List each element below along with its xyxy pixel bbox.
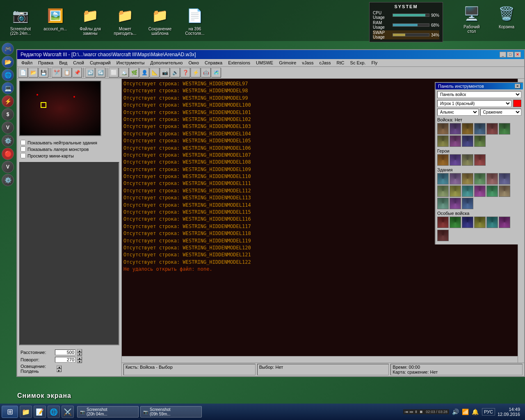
menu-scexp[interactable]: Sc Exp.: [348, 60, 368, 66]
special-icon-3[interactable]: [462, 217, 473, 228]
unit-icon-7[interactable]: [437, 135, 449, 147]
side-icon-6[interactable]: $: [2, 108, 14, 121]
side-icon-9[interactable]: 🔴: [2, 148, 14, 160]
lighting-next[interactable]: ►: [57, 369, 62, 372]
desktop-icon-files[interactable]: 📁 Файлы для замены: [74, 4, 107, 37]
taskbar-icon-warcraft[interactable]: ⚔️: [62, 406, 74, 418]
menu-cjass[interactable]: cJass: [317, 60, 333, 66]
toolbar-copy[interactable]: 📋: [62, 68, 72, 78]
building-icon-6[interactable]: [499, 173, 510, 185]
menu-extra[interactable]: Дополнительно: [148, 60, 185, 66]
desktop-icon-on396[interactable]: 📄 на 396Состоля...: [178, 4, 211, 37]
panel-type-select[interactable]: Панель войск: [437, 91, 521, 98]
desktop-icon-workbench[interactable]: 🖥️ Рабочийстол: [455, 2, 488, 35]
building-icon-10[interactable]: [474, 185, 486, 197]
side-icon-11[interactable]: ⚙️: [2, 174, 14, 186]
menu-tools[interactable]: Инструменты: [114, 60, 147, 66]
cb-minimap-view-input[interactable]: [21, 153, 26, 158]
building-icon-1[interactable]: [437, 173, 449, 185]
special-icon-extra[interactable]: [437, 230, 449, 241]
building-icon-5[interactable]: [486, 173, 498, 185]
start-button[interactable]: ⊞: [2, 406, 18, 418]
special-icon-5[interactable]: [486, 217, 498, 228]
menu-layer[interactable]: Слой: [71, 60, 87, 66]
menu-view[interactable]: Вид: [57, 60, 70, 66]
desktop-icon-save[interactable]: 📁 Сохранениешаблона: [144, 4, 176, 37]
building-icon-3[interactable]: [462, 173, 473, 185]
side-icon-8[interactable]: ⚙️: [2, 135, 14, 147]
cb-monster-camps-input[interactable]: [21, 146, 26, 152]
unit-icon-5[interactable]: [486, 123, 498, 135]
unit-icon-8[interactable]: [450, 135, 461, 147]
desktop-icon-mayhelp[interactable]: 📁 Можетпригодить...: [109, 4, 142, 37]
mode-select[interactable]: Сражение: [480, 109, 522, 116]
toolbar-quest[interactable]: ❓: [180, 68, 190, 78]
toolbar-region[interactable]: 📐: [150, 68, 160, 78]
side-icon-2[interactable]: 📂: [2, 56, 14, 68]
unit-icon-4[interactable]: [474, 123, 486, 135]
unit-icon-9[interactable]: [462, 135, 473, 147]
hero-icon-4[interactable]: [474, 154, 486, 166]
distance-down[interactable]: ▼: [77, 352, 82, 356]
toolbar-doodad[interactable]: 🌿: [129, 68, 139, 78]
special-icon-4[interactable]: [474, 217, 486, 228]
rotation-down[interactable]: ▼: [77, 360, 82, 363]
toolbar-sound[interactable]: 🔊: [170, 68, 180, 78]
special-icon-1[interactable]: [437, 217, 449, 228]
toolbar-new[interactable]: 📄: [18, 68, 28, 78]
toolbar-terrain[interactable]: 🏔️: [119, 68, 129, 78]
menu-grimoire[interactable]: Grimoire: [276, 60, 299, 66]
side-icon-5[interactable]: ⚡: [2, 95, 14, 107]
tools-close-button[interactable]: ✕: [515, 84, 520, 89]
building-icon-7[interactable]: [437, 185, 449, 197]
building-icon-8[interactable]: [450, 185, 461, 197]
side-icon-7[interactable]: V: [2, 121, 14, 134]
cb-neutral-buildings[interactable]: Показывать нейтральные здания: [21, 140, 118, 145]
unit-icon-6[interactable]: [499, 123, 510, 135]
building-icon-9[interactable]: [462, 185, 473, 197]
building-icon-14[interactable]: [450, 198, 461, 209]
side-icon-10[interactable]: V: [2, 161, 14, 173]
toolbar-save[interactable]: 💾: [39, 68, 48, 78]
toolbar-select[interactable]: ⬜: [109, 68, 119, 78]
special-icon-2[interactable]: [450, 217, 461, 228]
toolbar-map[interactable]: 🗺️: [211, 68, 221, 78]
minimize-button[interactable]: _: [500, 52, 506, 57]
menu-rtc[interactable]: RtC: [334, 60, 347, 66]
menu-window[interactable]: Окно: [186, 60, 201, 66]
distance-up[interactable]: ▲: [77, 349, 82, 352]
building-icon-15[interactable]: [462, 198, 473, 209]
toolbar-trigger[interactable]: ⚡: [191, 68, 201, 78]
log-hscrollbar[interactable]: [122, 356, 518, 363]
unit-icon-3[interactable]: [462, 123, 473, 135]
toolbar-unit[interactable]: 👤: [139, 68, 149, 78]
rotation-up[interactable]: ▲: [77, 356, 82, 360]
player-select[interactable]: Игрок 1 (Красный): [437, 100, 511, 107]
language-indicator[interactable]: РУС: [482, 408, 495, 415]
desktop-icon-screenshot[interactable]: 📷 Screenshot(22h 24m...: [4, 4, 37, 37]
toolbar-cut[interactable]: ✂️: [52, 68, 62, 78]
tray-volume[interactable]: 📶: [461, 408, 470, 416]
building-icon-12[interactable]: [499, 185, 510, 197]
toolbar-open[interactable]: 📂: [28, 68, 38, 78]
special-icon-6[interactable]: [499, 217, 510, 228]
unit-icon-1[interactable]: [437, 123, 449, 135]
close-button[interactable]: ✕: [514, 52, 521, 57]
rotation-input[interactable]: [55, 357, 75, 363]
taskbar-app-screenshot2[interactable]: 📷 Screenshot(09h 59m...: [140, 406, 202, 418]
faction-select[interactable]: Альянс: [437, 109, 479, 116]
unit-icon-10[interactable]: [474, 135, 486, 147]
taskbar-icon-notepad[interactable]: 📝: [34, 406, 46, 418]
desktop-icon-trash[interactable]: 🗑️ Корзина: [490, 2, 523, 35]
taskbar-icon-chrome[interactable]: 🌐: [48, 406, 60, 418]
building-icon-4[interactable]: [474, 173, 486, 185]
toolbar-camera[interactable]: 📷: [160, 68, 170, 78]
toolbar-ai[interactable]: 🤖: [201, 68, 211, 78]
maximize-button[interactable]: □: [507, 52, 514, 57]
unit-icon-2[interactable]: [450, 123, 461, 135]
building-icon-11[interactable]: [486, 185, 498, 197]
building-icon-2[interactable]: [450, 173, 461, 185]
taskbar-app-screenshot1[interactable]: 📷 Screenshot(20h 04m...: [77, 406, 139, 418]
hero-icon-3[interactable]: [462, 154, 473, 166]
lighting-prev[interactable]: ◄: [57, 365, 62, 369]
